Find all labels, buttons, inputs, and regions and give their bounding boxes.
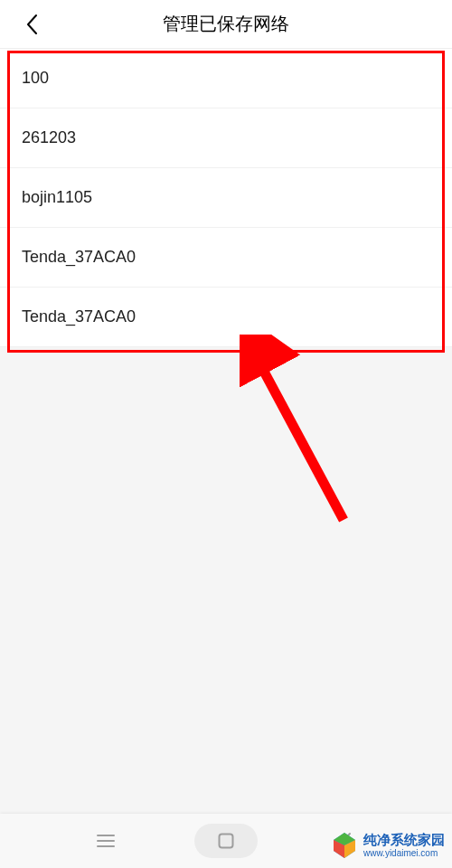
page-title: 管理已保存网络: [0, 12, 452, 36]
square-icon: [218, 833, 234, 849]
network-name: bojin1105: [22, 188, 92, 207]
svg-rect-5: [219, 835, 232, 848]
network-item[interactable]: Tenda_37ACA0: [0, 228, 452, 288]
svg-line-1: [256, 356, 344, 520]
network-list: 100 261203 bojin1105 Tenda_37ACA0 Tenda_…: [0, 49, 452, 347]
watermark: 纯净系统家园 www.yidaimei.com: [329, 830, 445, 861]
network-item[interactable]: 261203: [0, 108, 452, 168]
nav-home-button[interactable]: [194, 824, 258, 858]
network-item[interactable]: Tenda_37ACA0: [0, 288, 452, 347]
menu-icon: [97, 834, 115, 848]
network-name: Tenda_37ACA0: [22, 248, 136, 267]
network-item[interactable]: bojin1105: [0, 168, 452, 228]
nav-recents-button[interactable]: [74, 824, 137, 858]
watermark-text: 纯净系统家园: [363, 833, 445, 848]
watermark-text-wrap: 纯净系统家园 www.yidaimei.com: [363, 833, 445, 858]
watermark-url: www.yidaimei.com: [363, 848, 445, 858]
annotation-arrow: [240, 335, 357, 533]
header: 管理已保存网络: [0, 0, 452, 49]
back-button[interactable]: [18, 11, 45, 38]
network-item[interactable]: 100: [0, 49, 452, 108]
watermark-logo-icon: [329, 830, 360, 861]
chevron-left-icon: [25, 14, 38, 35]
network-name: 100: [22, 69, 49, 88]
network-name: 261203: [22, 128, 76, 147]
network-name: Tenda_37ACA0: [22, 307, 136, 326]
